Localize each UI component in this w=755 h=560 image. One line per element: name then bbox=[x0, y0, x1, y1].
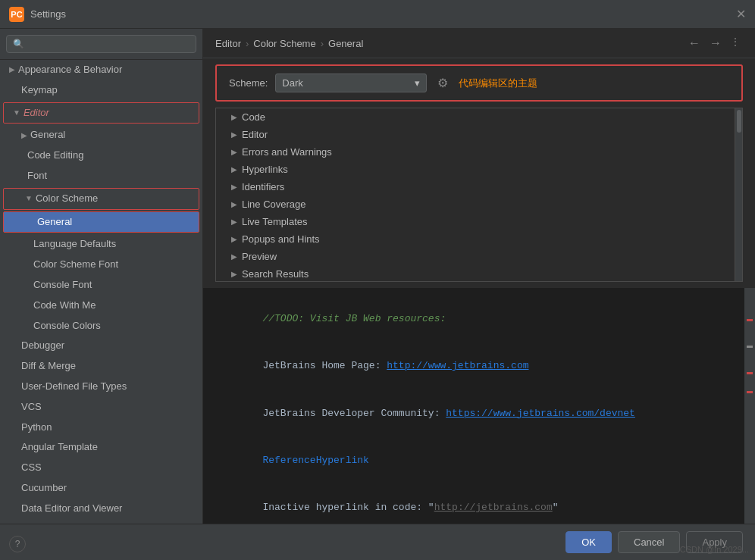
sidebar-item-general-sub[interactable]: General bbox=[4, 212, 199, 233]
sidebar-item-label: Data Editor and Viewer bbox=[21, 501, 122, 517]
expand-arrow: ▶ bbox=[9, 64, 15, 76]
settings-list-item-code[interactable]: ▶ Code bbox=[216, 108, 735, 126]
right-scrollbar[interactable] bbox=[744, 288, 755, 524]
main-container: ▶ Appearance & Behavior Keymap ▼ Editor … bbox=[0, 29, 755, 524]
settings-list-item-preview[interactable]: ▶ Preview bbox=[216, 248, 735, 265]
sidebar-item-keymap[interactable]: Keymap bbox=[0, 80, 202, 101]
sidebar-item-color-scheme[interactable]: ▼ Color Scheme bbox=[4, 189, 199, 209]
scrollbar-track[interactable] bbox=[735, 108, 742, 281]
code-preview: //TODO: Visit JB Web resources: JetBrain… bbox=[203, 288, 755, 524]
scheme-label: Scheme: bbox=[229, 77, 268, 89]
scroll-mark-4 bbox=[744, 390, 755, 394]
sidebar-item-data-editor-viewer[interactable]: Data Editor and Viewer bbox=[0, 499, 202, 519]
settings-list-item-live-templates[interactable]: ▶ Live Templates bbox=[216, 213, 735, 230]
settings-list-item-editor[interactable]: ▶ Editor bbox=[216, 126, 735, 143]
sidebar-item-label: Appearance & Behavior bbox=[18, 62, 122, 78]
settings-list-item-line-coverage[interactable]: ▶ Line Coverage bbox=[216, 196, 735, 213]
sidebar-item-debugger[interactable]: Debugger bbox=[0, 336, 202, 356]
settings-list-item-identifiers[interactable]: ▶ Identifiers bbox=[216, 178, 735, 196]
cancel-button[interactable]: Cancel bbox=[618, 531, 680, 553]
sidebar-item-label: Console Colors bbox=[33, 318, 101, 334]
sidebar-item-diff-merge[interactable]: Diff & Merge bbox=[0, 356, 202, 377]
code-link-2[interactable]: https://www.jetbrains.com/devnet bbox=[446, 408, 635, 419]
watermark: CSDN @In 2029... bbox=[674, 543, 755, 555]
help-icon[interactable]: ? bbox=[9, 536, 26, 552]
app-icon: PC bbox=[9, 7, 24, 22]
title-bar: PC Settings ✕ bbox=[0, 0, 755, 29]
settings-panel: ▶ Code ▶ Editor ▶ Errors and Warnings ▶ … bbox=[215, 108, 743, 282]
sidebar-item-general[interactable]: ▶ General bbox=[0, 125, 202, 145]
sidebar-item-vcs[interactable]: VCS bbox=[0, 397, 202, 418]
nav-more-button[interactable]: ⋮ bbox=[728, 36, 743, 50]
sidebar-item-editor[interactable]: ▼ Editor bbox=[4, 103, 199, 124]
expand-arrow: ▶ bbox=[21, 130, 27, 142]
list-item-label: Editor bbox=[242, 129, 268, 140]
breadcrumb-sep1: › bbox=[246, 38, 249, 49]
scheme-select[interactable]: Dark ▾ bbox=[275, 74, 427, 92]
sidebar-item-label: Debugger bbox=[21, 338, 64, 354]
sidebar-item-console-colors[interactable]: Console Colors bbox=[0, 316, 202, 336]
code-line-1: JetBrains Home Page: http://www.jetbrain… bbox=[215, 343, 743, 389]
sidebar-item-user-defined-file-types[interactable]: User-Defined File Types bbox=[0, 377, 202, 397]
sidebar-item-python[interactable]: Python bbox=[0, 418, 202, 438]
expand-arrow: ▶ bbox=[231, 235, 237, 243]
sidebar-item-label: VCS bbox=[21, 399, 42, 415]
sidebar-item-database[interactable]: Database bbox=[0, 519, 202, 524]
ok-button[interactable]: OK bbox=[565, 531, 612, 553]
expand-arrow: ▶ bbox=[231, 270, 237, 278]
breadcrumb-color-scheme: Color Scheme bbox=[253, 38, 315, 49]
sidebar-item-cucumber[interactable]: Cucumber bbox=[0, 478, 202, 499]
sidebar-item-label: Python bbox=[21, 420, 52, 436]
settings-list-item-errors-warnings[interactable]: ▶ Errors and Warnings bbox=[216, 143, 735, 161]
code-text-1: JetBrains Home Page: bbox=[262, 360, 387, 371]
list-item-label: Identifiers bbox=[242, 181, 284, 192]
sidebar-item-code-with-me[interactable]: Code With Me bbox=[0, 296, 202, 316]
comment-text: //TODO: Visit JB Web resources: bbox=[262, 313, 446, 324]
expand-arrow: ▼ bbox=[13, 107, 20, 119]
sidebar-item-color-scheme-font[interactable]: Color Scheme Font bbox=[0, 255, 202, 275]
expand-arrow: ▶ bbox=[231, 183, 237, 191]
sidebar-item-language-defaults[interactable]: Language Defaults bbox=[0, 234, 202, 255]
sidebar-item-angular-template[interactable]: Angular Template bbox=[0, 437, 202, 458]
nav-back-button[interactable]: ← bbox=[685, 36, 703, 50]
sidebar-item-css[interactable]: CSS bbox=[0, 458, 202, 478]
sidebar-item-label: Angular Template bbox=[21, 440, 98, 455]
code-text-2: JetBrains Developer Community: bbox=[262, 408, 446, 419]
sidebar-item-font[interactable]: Font bbox=[0, 166, 202, 186]
sidebar-item-appearance-behavior[interactable]: ▶ Appearance & Behavior bbox=[0, 60, 202, 80]
sidebar-item-label: Console Font bbox=[33, 277, 92, 293]
sidebar-item-label: Font bbox=[27, 168, 47, 184]
sidebar-item-label: Diff & Merge bbox=[21, 358, 76, 374]
sidebar-item-label: Code Editing bbox=[27, 148, 83, 164]
content-area: Editor › Color Scheme › General ← → ⋮ Sc… bbox=[203, 29, 755, 524]
search-bar[interactable] bbox=[0, 29, 202, 60]
code-link-1[interactable]: http://www.jetbrains.com bbox=[387, 360, 528, 371]
code-line-comment: //TODO: Visit JB Web resources: bbox=[215, 296, 743, 343]
breadcrumb-sep2: › bbox=[321, 38, 324, 49]
sidebar-item-label: Keymap bbox=[21, 83, 58, 99]
settings-list: ▶ Code ▶ Editor ▶ Errors and Warnings ▶ … bbox=[216, 108, 735, 281]
list-item-label: Code bbox=[242, 111, 265, 123]
scheme-hint: 代码编辑区的主题 bbox=[459, 77, 537, 90]
settings-list-item-popups-hints[interactable]: ▶ Popups and Hints bbox=[216, 230, 735, 248]
sidebar-item-label: General bbox=[37, 214, 72, 230]
sidebar-item-label: CSS bbox=[21, 460, 42, 476]
breadcrumb-editor: Editor bbox=[215, 38, 241, 49]
sidebar-item-label: General bbox=[30, 127, 65, 143]
sidebar-item-console-font[interactable]: Console Font bbox=[0, 275, 202, 296]
settings-list-item-search-results[interactable]: ▶ Search Results bbox=[216, 265, 735, 281]
search-input[interactable] bbox=[6, 35, 196, 53]
nav-forward-button[interactable]: → bbox=[706, 36, 725, 50]
scrollbar-thumb[interactable] bbox=[737, 110, 741, 133]
window-title: Settings bbox=[30, 8, 66, 20]
list-item-label: Hyperlinks bbox=[242, 164, 288, 175]
scheme-gear-icon[interactable]: ⚙ bbox=[434, 74, 451, 92]
close-button[interactable]: ✕ bbox=[736, 7, 746, 21]
sidebar-item-label: Cucumber bbox=[21, 480, 67, 496]
expand-arrow: ▶ bbox=[231, 165, 237, 174]
bottom-bar: OK Cancel Apply bbox=[0, 524, 755, 560]
sidebar-item-label: Editor bbox=[23, 105, 49, 121]
settings-list-item-hyperlinks[interactable]: ▶ Hyperlinks bbox=[216, 161, 735, 178]
sidebar-item-code-editing[interactable]: Code Editing bbox=[0, 145, 202, 166]
sidebar-item-label: Color Scheme bbox=[36, 191, 98, 207]
